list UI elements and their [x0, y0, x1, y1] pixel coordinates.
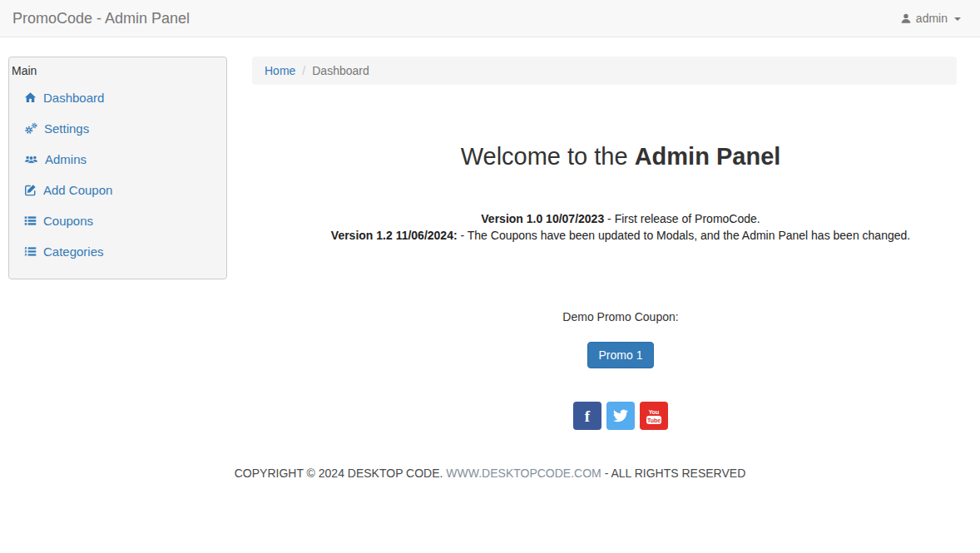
edit-icon	[23, 183, 37, 197]
main-content: Home / Dashboard Welcome to the Admin Pa…	[252, 57, 957, 430]
version-notes: Version 1.0 10/07/2023 - First release o…	[285, 210, 957, 244]
twitter-button[interactable]	[606, 402, 635, 430]
facebook-button[interactable]: f	[573, 402, 601, 430]
breadcrumb-separator: /	[302, 64, 305, 77]
sidebar-item-coupons[interactable]: Coupons	[12, 205, 220, 236]
users-icon	[23, 152, 39, 166]
svg-text:f: f	[585, 407, 591, 425]
sidebar-nav: Dashboard Settings	[12, 82, 220, 267]
sidebar-item-admins[interactable]: Admins	[12, 144, 220, 175]
sidebar-item-categories[interactable]: Categories	[12, 236, 220, 267]
svg-text:You: You	[649, 409, 660, 415]
breadcrumb-current: Dashboard	[312, 64, 369, 77]
twitter-icon	[613, 408, 628, 423]
footer-copyright: COPYRIGHT © 2024 DESKTOP CODE. WWW.DESKT…	[0, 467, 980, 480]
user-dropdown[interactable]: admin	[893, 12, 968, 25]
sidebar-item-add-coupon[interactable]: Add Coupon	[12, 175, 220, 205]
caret-down-icon	[954, 17, 961, 21]
version-line: Version 1.2 11/06/2024: - The Coupons ha…	[285, 227, 957, 244]
ordered-list-icon	[23, 244, 37, 259]
page-title: Welcome to the Admin Panel	[285, 143, 957, 170]
svg-text:Tube: Tube	[647, 417, 661, 423]
top-navbar: PromoCode - Admin Panel admin	[0, 0, 980, 37]
user-name: admin	[916, 12, 948, 25]
footer-site-link[interactable]: WWW.DESKTOPCODE.COM	[446, 467, 601, 480]
demo-coupon-label: Demo Promo Coupon:	[285, 310, 957, 323]
sidebar-title: Main	[12, 64, 220, 77]
sidebar-item-dashboard[interactable]: Dashboard	[12, 82, 220, 113]
promo-coupon-button[interactable]: Promo 1	[587, 342, 655, 368]
youtube-button[interactable]: You Tube	[640, 402, 668, 430]
home-icon	[23, 91, 37, 105]
facebook-icon: f	[573, 402, 601, 430]
youtube-icon: You Tube	[640, 402, 668, 430]
breadcrumb-home-link[interactable]: Home	[265, 64, 295, 77]
sidebar-item-settings[interactable]: Settings	[12, 113, 220, 144]
gears-icon	[23, 121, 38, 136]
user-icon	[900, 12, 912, 24]
breadcrumb: Home / Dashboard	[252, 57, 957, 85]
app-brand[interactable]: PromoCode - Admin Panel	[12, 10, 190, 27]
sidebar: Main Dashboard	[8, 57, 227, 279]
social-links: f You Tube	[285, 402, 957, 430]
list-icon	[23, 214, 37, 228]
version-line: Version 1.0 10/07/2023 - First release o…	[285, 210, 957, 227]
